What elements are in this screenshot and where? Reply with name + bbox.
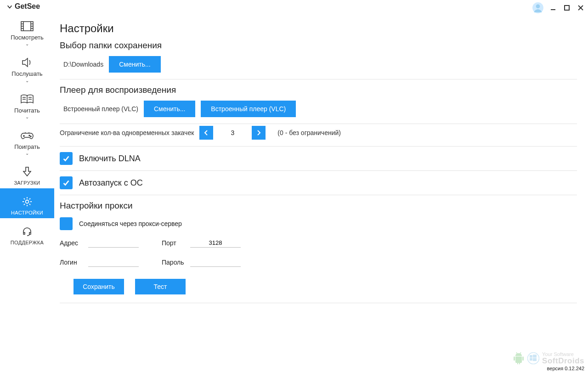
download-limit-hint: (0 - без ограничений) <box>277 129 341 136</box>
book-icon <box>20 92 34 106</box>
player-heading: Плеер для воспроизведения <box>60 85 577 95</box>
autostart-checkbox[interactable] <box>60 176 73 189</box>
svg-point-22 <box>29 135 30 136</box>
title-bar: GetSee <box>0 0 588 13</box>
proxy-login-input[interactable] <box>88 258 139 267</box>
sidebar-item-label: Послушать <box>11 71 42 77</box>
sidebar-item-label: НАСТРОЙКИ <box>11 210 43 215</box>
gamepad-icon <box>20 129 34 142</box>
chevron-down-icon: ⌄ <box>25 151 29 156</box>
proxy-port-input[interactable] <box>190 238 241 248</box>
sidebar-item-label: Поиграть <box>14 144 40 150</box>
sidebar-item-label: Почитать <box>14 107 40 114</box>
decrement-button[interactable] <box>199 126 213 140</box>
current-player-label: Встроенный плеер (VLC) <box>63 105 138 113</box>
svg-point-23 <box>30 136 31 137</box>
chevron-down-icon: ⌄ <box>25 42 29 46</box>
proxy-port-label: Порт <box>162 239 186 247</box>
user-avatar-icon[interactable] <box>532 2 544 14</box>
download-limit-label: Ограничение кол-ва одновременных закачек <box>60 129 194 136</box>
sidebar-item-label: Посмотреть <box>11 34 44 41</box>
svg-line-30 <box>520 352 521 354</box>
svg-point-26 <box>26 200 29 203</box>
settings-page: Настройки Выбор папки сохранения D:\Down… <box>54 13 588 373</box>
version-label: версия 0.12.242 <box>547 366 584 371</box>
sidebar-item-label: ЗАГРУЗКИ <box>14 180 40 186</box>
page-title: Настройки <box>60 22 577 35</box>
proxy-login-label: Логин <box>60 259 84 266</box>
sidebar-item-read[interactable]: Почитать ⌄ <box>0 86 54 122</box>
windows-icon <box>527 352 539 364</box>
use-proxy-label: Соединяться через прокси-сервер <box>79 220 182 227</box>
svg-rect-35 <box>533 358 537 362</box>
autostart-label: Автозапуск с ОС <box>79 178 143 188</box>
svg-rect-27 <box>514 356 515 361</box>
sidebar-item-downloads[interactable]: ЗАГРУЗКИ <box>0 158 54 188</box>
app-brand: GetSee <box>6 2 40 11</box>
sidebar-item-listen[interactable]: Послушать ⌄ <box>0 49 54 85</box>
gear-icon <box>22 195 33 209</box>
speaker-icon <box>21 56 33 69</box>
svg-line-29 <box>516 352 517 354</box>
maximize-button[interactable] <box>562 3 571 12</box>
sidebar: Посмотреть ⌄ Послушать ⌄ Почитать ⌄ Поиг… <box>0 13 54 373</box>
use-proxy-checkbox[interactable] <box>60 217 73 230</box>
proxy-heading: Настройки прокси <box>60 201 577 211</box>
app-name: GetSee <box>15 2 40 11</box>
change-folder-button[interactable]: Сменить... <box>109 56 160 73</box>
download-limit-value: 3 <box>219 129 246 136</box>
minimize-button[interactable] <box>548 3 558 12</box>
svg-rect-32 <box>530 355 532 358</box>
sidebar-item-label: ПОДДЕРЖКА <box>11 240 44 245</box>
builtin-player-button[interactable]: Встроенный плеер (VLC) <box>201 101 296 117</box>
brand-arrow-icon <box>6 3 13 10</box>
proxy-save-button[interactable]: Сохранить <box>74 279 124 294</box>
download-icon <box>23 165 32 179</box>
android-icon <box>513 352 525 365</box>
svg-rect-28 <box>522 356 524 361</box>
svg-point-1 <box>536 4 540 8</box>
change-player-button[interactable]: Сменить... <box>144 101 195 117</box>
proxy-test-button[interactable]: Тест <box>135 279 186 294</box>
proxy-password-input[interactable] <box>190 258 241 267</box>
increment-button[interactable] <box>252 126 266 140</box>
sidebar-item-support[interactable]: ПОДДЕРЖКА <box>0 218 54 248</box>
dlna-checkbox[interactable] <box>60 152 73 165</box>
dlna-label: Включить DLNA <box>79 154 141 164</box>
chevron-down-icon: ⌄ <box>25 115 29 119</box>
save-folder-path: D:\Downloads <box>63 61 103 68</box>
chevron-down-icon: ⌄ <box>25 79 29 83</box>
sidebar-item-watch[interactable]: Посмотреть ⌄ <box>0 13 54 49</box>
sidebar-item-play[interactable]: Поиграть ⌄ <box>0 122 54 158</box>
save-folder-heading: Выбор папки сохранения <box>60 40 577 51</box>
footer: Your Software SoftDroids версия 0.12.242 <box>513 352 584 371</box>
close-button[interactable] <box>576 3 585 12</box>
film-icon <box>21 19 34 33</box>
proxy-password-label: Пароль <box>162 259 186 266</box>
svg-rect-34 <box>530 358 532 361</box>
proxy-address-label: Адрес <box>60 239 84 247</box>
footer-brand-line2: SoftDroids <box>542 357 584 365</box>
headset-icon <box>22 225 33 238</box>
sidebar-item-settings[interactable]: НАСТРОЙКИ <box>0 188 54 218</box>
proxy-address-input[interactable] <box>88 238 139 248</box>
svg-rect-33 <box>533 355 537 358</box>
svg-rect-3 <box>565 6 569 10</box>
